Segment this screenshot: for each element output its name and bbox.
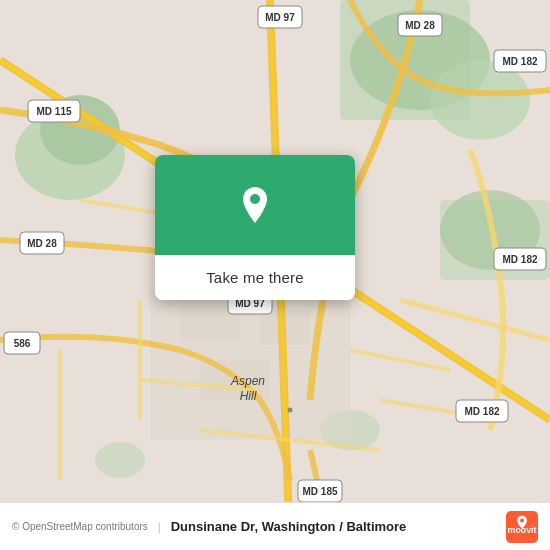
- svg-text:MD 115: MD 115: [36, 106, 71, 117]
- svg-text:MD 182: MD 182: [502, 56, 537, 67]
- svg-text:MD 182: MD 182: [464, 406, 499, 417]
- info-bar-left: © OpenStreetMap contributors | Dunsinane…: [12, 519, 406, 534]
- svg-point-52: [520, 518, 524, 522]
- location-pin-icon: [233, 183, 277, 227]
- popup-header: [155, 155, 355, 255]
- moovit-logo: moovit: [506, 511, 538, 543]
- svg-text:586: 586: [14, 338, 31, 349]
- svg-text:MD 185: MD 185: [302, 486, 337, 497]
- svg-text:MD 97: MD 97: [265, 12, 295, 23]
- svg-point-48: [288, 408, 293, 413]
- moovit-logo-icon: moovit: [506, 511, 538, 543]
- take-me-there-button[interactable]: Take me there: [155, 255, 355, 300]
- info-bar: © OpenStreetMap contributors | Dunsinane…: [0, 502, 550, 550]
- location-text: Dunsinane Dr, Washington / Baltimore: [171, 519, 407, 534]
- svg-text:MD 28: MD 28: [27, 238, 57, 249]
- svg-text:Aspen: Aspen: [230, 374, 265, 388]
- svg-text:MD 182: MD 182: [502, 254, 537, 265]
- popup-card: Take me there: [155, 155, 355, 300]
- copyright-text: © OpenStreetMap contributors: [12, 521, 148, 532]
- map-container: MD 97 MD 115 MD 28 MD 28 MD 182 MD 182 M…: [0, 0, 550, 550]
- svg-text:Hill: Hill: [240, 389, 257, 403]
- svg-point-49: [250, 194, 260, 204]
- svg-point-9: [95, 442, 145, 478]
- svg-text:MD 28: MD 28: [405, 20, 435, 31]
